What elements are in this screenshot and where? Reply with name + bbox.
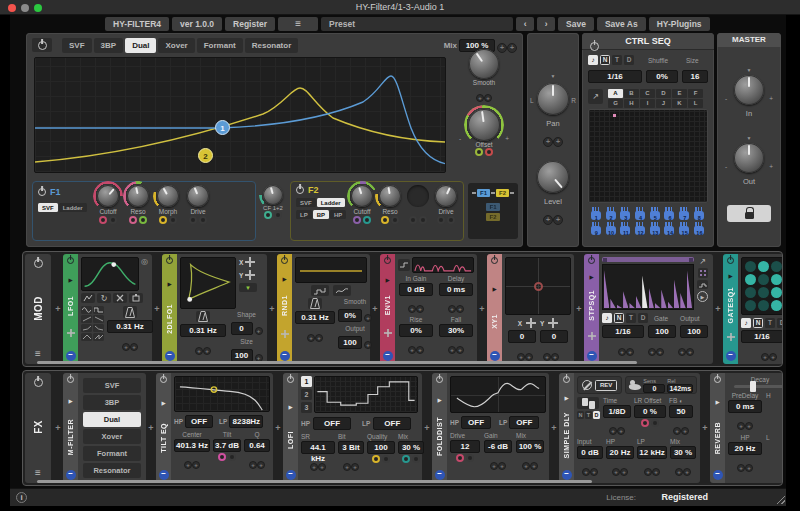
- move-icon[interactable]: [67, 329, 75, 337]
- mod-slot-button[interactable]: +: [307, 334, 315, 342]
- mod-amount-knob[interactable]: [199, 216, 207, 224]
- add-module-button[interactable]: +: [574, 252, 584, 366]
- size-field[interactable]: 100: [231, 349, 253, 362]
- mod-slot-button[interactable]: +: [737, 422, 745, 430]
- mod-slot-button[interactable]: +: [617, 427, 625, 435]
- gate-step-dot[interactable]: [758, 274, 769, 285]
- step-range-scrollbar[interactable]: [602, 257, 694, 262]
- mod-slot-button[interactable]: +: [192, 461, 200, 469]
- step-mode-icon[interactable]: [697, 280, 708, 289]
- hand-pattern-button[interactable]: 3: [619, 207, 633, 222]
- mod-slot-button[interactable]: +: [737, 464, 745, 472]
- quality-field[interactable]: 100: [367, 441, 395, 454]
- mod-slot-button[interactable]: +: [122, 343, 130, 351]
- x-value-field[interactable]: 0: [508, 330, 536, 343]
- mod-slot-button[interactable]: +: [416, 305, 424, 313]
- lr-offset-field[interactable]: 0 %: [634, 405, 666, 418]
- hp-field[interactable]: OFF: [461, 416, 491, 429]
- mod-amount-knob[interactable]: [353, 216, 361, 224]
- mod-slot-button[interactable]: +: [678, 348, 686, 356]
- step-sequencer-display[interactable]: [602, 264, 694, 310]
- hand-pattern-button[interactable]: 4: [634, 207, 648, 222]
- mod-slot-button[interactable]: +: [456, 305, 464, 313]
- mod-amount-knob[interactable]: [372, 455, 380, 463]
- mix-field[interactable]: 30 %: [398, 441, 424, 454]
- hand-pattern-button[interactable]: 6: [663, 207, 677, 222]
- mod-slot-button[interactable]: +: [364, 341, 372, 349]
- f2-cutoff-knob[interactable]: [351, 185, 373, 207]
- lp-field[interactable]: 12 kHz: [637, 446, 667, 459]
- gate-step-dot[interactable]: [758, 287, 769, 298]
- collapse-button[interactable]: −: [286, 470, 296, 480]
- mod-amount-knob[interactable]: [139, 216, 147, 224]
- decay-slider[interactable]: [734, 385, 783, 388]
- offset-knob[interactable]: [468, 109, 500, 141]
- xy1-cursor[interactable]: [534, 282, 543, 291]
- mod-slot-button[interactable]: +: [543, 353, 551, 361]
- seq-step[interactable]: [623, 291, 628, 308]
- metronome-icon[interactable]: [308, 298, 322, 309]
- gate-step-dot[interactable]: [745, 261, 756, 272]
- collapse-button[interactable]: −: [562, 470, 572, 480]
- save-button[interactable]: Save: [558, 17, 594, 31]
- filter-type-tab[interactable]: 3BP: [94, 38, 124, 53]
- gate-step-dot[interactable]: [771, 274, 782, 285]
- routing-selector[interactable]: F1 F2 F1 F2: [468, 183, 518, 239]
- mod-slot-button[interactable]: +: [673, 427, 681, 435]
- mod-slot-button[interactable]: +: [476, 94, 484, 102]
- rel-field[interactable]: 142ms: [667, 384, 693, 393]
- lp-field[interactable]: 8238Hz: [229, 415, 263, 428]
- curve-up-icon[interactable]: [81, 324, 92, 332]
- hand-pattern-button[interactable]: 13: [648, 222, 662, 237]
- fx-power-button[interactable]: [34, 378, 43, 387]
- gate-step-dot[interactable]: [745, 274, 756, 285]
- seq-step[interactable]: [629, 303, 634, 308]
- sens-field[interactable]: 0: [643, 384, 665, 393]
- f1-morph-knob[interactable]: [157, 185, 179, 207]
- f1-power-icon[interactable]: [38, 188, 46, 196]
- mod-amount-knob[interactable]: [382, 455, 390, 463]
- collapse-button[interactable]: −: [435, 470, 445, 480]
- mod-amount-knob[interactable]: [159, 216, 167, 224]
- mod-slot-button[interactable]: +: [456, 346, 464, 354]
- stpsq1-output-field[interactable]: 100: [680, 325, 708, 338]
- rnd1-power-button[interactable]: [281, 257, 288, 264]
- gate-step-dot[interactable]: [771, 287, 782, 298]
- mod-amount-knob[interactable]: [475, 148, 483, 156]
- hand-pattern-button[interactable]: 8: [692, 207, 706, 222]
- seq-step[interactable]: [604, 270, 609, 308]
- mod-slot-button[interactable]: +: [364, 314, 372, 322]
- mod-slot-button[interactable]: +: [553, 137, 563, 147]
- hand-pattern-button[interactable]: 2: [604, 207, 618, 222]
- collapse-button[interactable]: −: [726, 351, 736, 361]
- mfilter-type-button[interactable]: Xover: [83, 429, 141, 444]
- rnd1-display[interactable]: [295, 257, 367, 283]
- mod-slot-button[interactable]: +: [507, 43, 517, 53]
- mfilter-type-button[interactable]: 3BP: [83, 395, 141, 410]
- dotted-sync-button[interactable]: D: [624, 55, 634, 65]
- saw-wave-icon[interactable]: [93, 333, 104, 341]
- mix-field[interactable]: 30 %: [670, 446, 696, 459]
- mod-slot-button[interactable]: +: [553, 215, 563, 225]
- mod-slot-button[interactable]: +: [745, 464, 753, 472]
- gate-step-dot[interactable]: [758, 300, 769, 311]
- output-field[interactable]: 100: [338, 336, 362, 349]
- xy1-pad[interactable]: [505, 257, 571, 315]
- f1-reso-knob[interactable]: [127, 185, 149, 207]
- curve-down-icon[interactable]: [93, 324, 104, 332]
- filter-type-tab[interactable]: Xover: [158, 38, 194, 53]
- 2dlfo1-rate-field[interactable]: 0.31 Hz: [180, 324, 226, 337]
- mod-amount-knob[interactable]: [218, 453, 226, 461]
- collapse-button[interactable]: −: [165, 351, 175, 361]
- f2-mode-button[interactable]: BP: [313, 210, 329, 219]
- play-icon[interactable]: ▶: [385, 277, 389, 283]
- mod-slot-button[interactable]: +: [318, 463, 326, 471]
- play-icon[interactable]: ▶: [492, 286, 496, 292]
- add-fx-button[interactable]: +: [146, 371, 156, 485]
- y-value-field[interactable]: 0: [540, 330, 568, 343]
- gatesq1-power-button[interactable]: [727, 257, 734, 264]
- smooth-field[interactable]: 0%: [338, 309, 362, 322]
- target-icon[interactable]: ◎: [141, 257, 148, 291]
- lfo1-rate-field[interactable]: 0.31 Hz: [107, 320, 153, 333]
- gate-step-dot[interactable]: [745, 300, 756, 311]
